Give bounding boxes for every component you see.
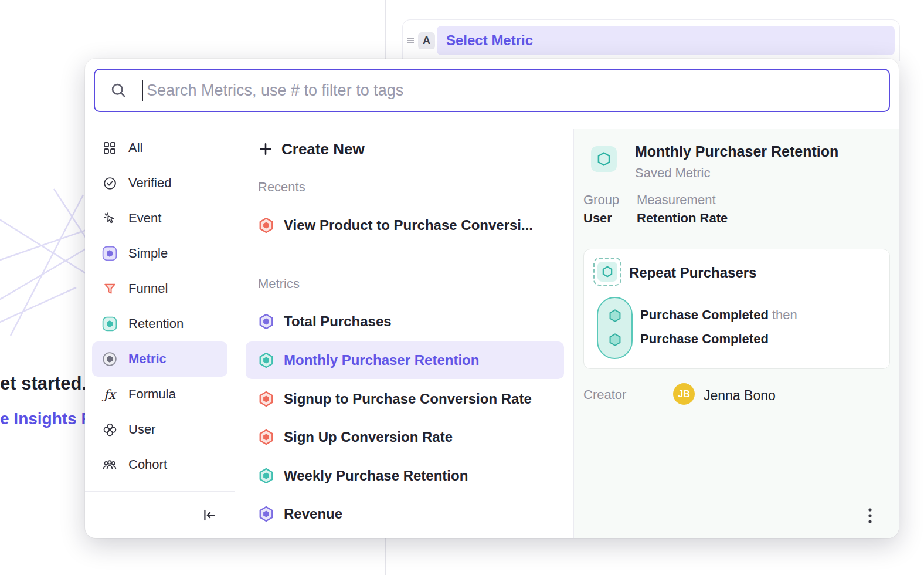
sidebar-item-formula[interactable]: ƒx Formula: [92, 377, 227, 412]
card-title: Repeat Purchasers: [629, 265, 756, 281]
cohort-people-icon: [101, 456, 118, 473]
plus-icon: [258, 141, 273, 157]
more-options-button[interactable]: [861, 506, 879, 525]
sidebar-footer: [85, 491, 235, 538]
event-cursor-icon: [101, 210, 118, 226]
metric-row-label: Weekly Purchase Retention: [284, 468, 468, 484]
preview-title: Monthly Purchaser Retention: [635, 143, 838, 160]
creator-label: Creator: [583, 387, 626, 402]
kebab-menu-icon: [868, 508, 872, 524]
step-hexagon-icon: [607, 332, 623, 347]
sidebar-item-label: Metric: [128, 351, 167, 367]
recent-item[interactable]: View Product to Purchase Conversi...: [246, 207, 564, 244]
sidebar-item-label: All: [128, 140, 142, 155]
create-new-button[interactable]: Create New: [258, 137, 365, 161]
sidebar-item-funnel[interactable]: Funnel: [92, 271, 227, 306]
sidebar-item-label: Cohort: [128, 457, 167, 472]
metric-row[interactable]: Signup to Purchase Conversion Rate: [246, 380, 564, 418]
metric-row-label: Signup to Purchase Conversion Rate: [284, 391, 532, 407]
metric-picker-modal: All Verified Event Simple: [85, 59, 899, 538]
creator-name: Jenna Bono: [704, 388, 776, 404]
sidebar-item-retention[interactable]: Retention: [92, 306, 227, 341]
search-icon: [110, 82, 127, 99]
metric-row-label: Total Purchases: [284, 313, 392, 330]
measurement-label: Measurement: [637, 192, 716, 208]
hexagon-icon: [258, 391, 274, 407]
sidebar-item-label: Formula: [128, 387, 176, 402]
retention-metric-icon: [591, 146, 617, 172]
hexagon-icon: [258, 468, 274, 484]
recents-header: Recents: [258, 180, 305, 195]
sidebar-item-simple[interactable]: Simple: [92, 236, 227, 271]
metric-definition-card: Repeat Purchasers Purchase Completed the…: [583, 249, 890, 369]
screen: et started. e Insights Re A Select Metri…: [0, 0, 924, 575]
selected-metric-icon: [593, 258, 621, 286]
select-metric-button[interactable]: Select Metric: [437, 26, 895, 55]
row-label-badge: A: [418, 32, 435, 49]
metric-row-selected[interactable]: Monthly Purchaser Retention: [246, 341, 564, 379]
sidebar-item-user[interactable]: User: [92, 412, 227, 447]
metric-list-column: Create New Recents View Product to Purch…: [235, 129, 573, 538]
retention-hexagon-icon: [101, 316, 118, 332]
sidebar-item-label: Verified: [128, 175, 171, 191]
step-1: Purchase Completed then: [640, 307, 797, 323]
sidebar-item-label: Event: [128, 211, 161, 226]
metric-row[interactable]: Sign Up Conversion Rate: [246, 418, 564, 456]
search-input[interactable]: [143, 81, 889, 100]
metric-row[interactable]: Total Purchases: [246, 303, 564, 340]
sidebar-item-label: User: [128, 422, 155, 437]
simple-hexagon-icon: [101, 245, 118, 262]
category-sidebar: All Verified Event Simple: [85, 129, 235, 538]
sidebar-item-label: Funnel: [128, 281, 168, 296]
hexagon-icon: [258, 313, 274, 330]
grid-icon: [101, 140, 118, 156]
drag-handle-icon[interactable]: [406, 32, 416, 49]
create-new-label: Create New: [281, 140, 365, 158]
preview-subtitle: Saved Metric: [635, 165, 710, 181]
verified-badge-icon: [101, 175, 118, 191]
sidebar-item-all[interactable]: All: [92, 130, 227, 165]
metric-row-label: Sign Up Conversion Rate: [284, 429, 453, 445]
funnel-icon: [101, 280, 118, 297]
hexagon-icon: [258, 352, 274, 368]
metric-row[interactable]: Revenue: [246, 495, 564, 533]
search-box[interactable]: [94, 69, 890, 112]
select-metric-label: Select Metric: [446, 32, 533, 49]
background-heading-fragment: et started.: [0, 373, 87, 394]
step-hexagon-icon: [607, 308, 623, 323]
metric-preview-panel: Monthly Purchaser Retention Saved Metric…: [573, 129, 899, 538]
user-flower-icon: [101, 421, 118, 438]
group-label: Group: [583, 192, 619, 208]
metric-row-label: Revenue: [284, 506, 342, 522]
sidebar-item-cohort[interactable]: Cohort: [92, 447, 227, 482]
step-2: Purchase Completed: [640, 332, 769, 347]
collapse-left-icon: [202, 508, 217, 523]
preview-footer: [574, 493, 899, 538]
retention-steps-capsule: [597, 297, 633, 359]
formula-fx-icon: ƒx: [101, 386, 118, 402]
metric-hexagon-icon: [101, 351, 118, 367]
sidebar-item-label: Retention: [128, 316, 184, 332]
hexagon-icon: [258, 217, 274, 234]
metric-row-label: Monthly Purchaser Retention: [284, 352, 479, 368]
hexagon-icon: [258, 429, 274, 445]
sidebar-item-label: Simple: [128, 246, 168, 261]
sidebar-item-metric[interactable]: Metric: [92, 341, 227, 377]
metric-row[interactable]: Weekly Purchase Retention: [246, 457, 564, 495]
recent-item-label: View Product to Purchase Conversi...: [284, 217, 533, 234]
group-value: User: [583, 211, 612, 226]
sidebar-item-event[interactable]: Event: [92, 201, 227, 236]
sidebar-item-verified[interactable]: Verified: [92, 165, 227, 201]
hexagon-icon: [258, 506, 274, 522]
query-builder-row: A Select Metric: [402, 19, 900, 61]
measurement-value: Retention Rate: [637, 211, 728, 226]
collapse-sidebar-button[interactable]: [199, 505, 220, 526]
metrics-header: Metrics: [258, 276, 300, 292]
creator-avatar: JB: [673, 383, 695, 405]
section-divider: [246, 256, 564, 256]
